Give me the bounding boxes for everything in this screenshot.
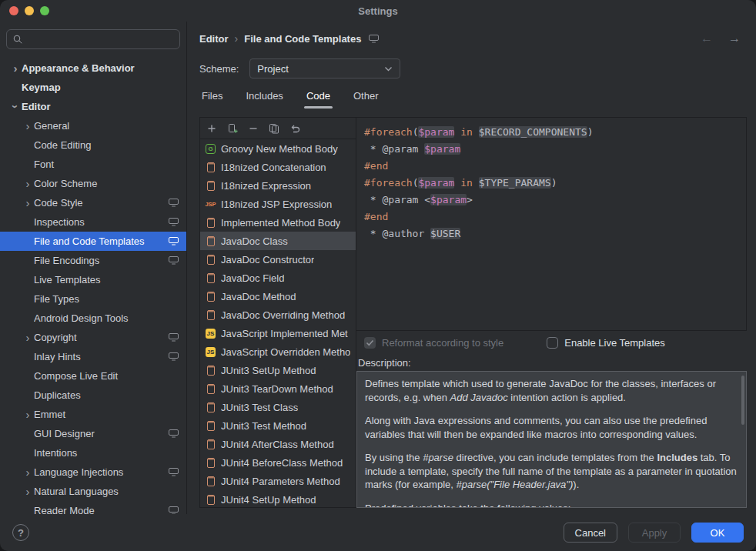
sidebar-item-copyright[interactable]: ›Copyright [0, 328, 186, 347]
settings-main-panel: Editor › File and Code Templates ← → Sch… [187, 22, 756, 514]
minimize-button[interactable] [25, 6, 34, 15]
copy-template-button[interactable] [266, 121, 282, 136]
template-file-icon [204, 253, 217, 266]
chevron-right-icon[interactable]: › [9, 62, 22, 74]
template-detail-panel: #foreach($param in $RECORD_COMPONENTS) *… [356, 117, 747, 508]
template-item-junit4-parameters-method[interactable]: JUnit4 Parameters Method [200, 472, 356, 490]
tab-files[interactable]: Files [199, 82, 225, 109]
sidebar-item-editor[interactable]: ›Editor [0, 97, 186, 116]
back-button[interactable]: ← [701, 32, 713, 45]
apply-button[interactable]: Apply [628, 523, 681, 543]
template-item-javadoc-constructor[interactable]: JavaDoc Constructor [200, 250, 356, 269]
sidebar-item-android-design-tools[interactable]: Android Design Tools [0, 309, 186, 328]
sidebar-item-code-style[interactable]: ›Code Style [0, 193, 186, 212]
add-template-button[interactable] [204, 121, 219, 136]
zoom-button[interactable] [40, 6, 49, 15]
sidebar-item-file-and-code-templates[interactable]: File and Code Templates [0, 232, 186, 251]
description-panel[interactable]: Defines template which used to generate … [356, 371, 747, 508]
scheme-value: Project [257, 63, 288, 75]
reformat-checkbox[interactable]: Reformat according to style [364, 337, 503, 349]
template-item-junit3-teardown-method[interactable]: JUnit3 TearDown Method [200, 379, 356, 398]
template-item-javascript-overridden-metho[interactable]: JSJavaScript Overridden Metho [200, 342, 356, 361]
template-item-javadoc-method[interactable]: JavaDoc Method [200, 287, 356, 306]
template-item-javadoc-class[interactable]: JavaDoc Class [200, 232, 356, 250]
template-item-groovy-new-method-body[interactable]: GGroovy New Method Body [200, 139, 356, 158]
template-item-junit4-beforeclass-method[interactable]: JUnit4 BeforeClass Method [200, 453, 356, 472]
chevron-right-icon[interactable]: › [22, 178, 34, 189]
sidebar-item-appearance-behavior[interactable]: ›Appearance & Behavior [0, 58, 186, 78]
checkbox-checked-icon [364, 337, 376, 349]
template-item-i18nized-concatenation[interactable]: I18nized Concatenation [200, 158, 356, 176]
template-item-junit3-setup-method[interactable]: JUnit3 SetUp Method [200, 361, 356, 379]
scheme-select[interactable]: Project [249, 58, 400, 78]
code-line: * @param $param [364, 141, 738, 158]
template-item-javadoc-field[interactable]: JavaDoc Field [200, 269, 356, 287]
sidebar-item-code-editing[interactable]: Code Editing [0, 135, 186, 155]
settings-search[interactable] [6, 29, 180, 49]
tab-other[interactable]: Other [351, 82, 381, 109]
code-line: #end [364, 209, 738, 225]
sidebar-item-label: Editor [22, 101, 179, 112]
sidebar-item-file-encodings[interactable]: File Encodings [0, 251, 186, 270]
sidebar-item-compose-live-edit[interactable]: Compose Live Edit [0, 366, 186, 386]
sidebar-item-label: Font [34, 159, 179, 170]
sidebar-item-label: Inlay Hints [34, 351, 169, 362]
chevron-right-icon[interactable]: › [22, 466, 34, 478]
tab-includes[interactable]: Includes [243, 82, 285, 109]
sidebar-item-natural-languages[interactable]: ›Natural Languages [0, 482, 186, 501]
template-code-editor[interactable]: #foreach($param in $RECORD_COMPONENTS) *… [356, 117, 747, 331]
chevron-right-icon[interactable]: › [22, 409, 34, 420]
sidebar-item-file-types[interactable]: File Types [0, 289, 186, 309]
reset-template-button[interactable] [287, 121, 303, 136]
sidebar-item-color-scheme[interactable]: ›Color Scheme [0, 174, 186, 193]
chevron-down-icon[interactable]: › [10, 101, 22, 113]
chevron-right-icon[interactable]: › [22, 197, 34, 209]
traffic-lights [9, 6, 49, 15]
template-list-panel: GGroovy New Method BodyI18nized Concaten… [199, 117, 356, 508]
template-item-junit4-setup-method[interactable]: JUnit4 SetUp Method [200, 490, 356, 507]
sidebar-item-inspections[interactable]: Inspections [0, 212, 186, 232]
sidebar-item-inlay-hints[interactable]: Inlay Hints [0, 347, 186, 366]
create-child-template-button[interactable] [225, 121, 240, 136]
sidebar-item-general[interactable]: ›General [0, 116, 186, 135]
titlebar: Settings [0, 0, 756, 22]
cancel-button[interactable]: Cancel [564, 523, 617, 543]
template-item-junit3-test-class[interactable]: JUnit3 Test Class [200, 398, 356, 416]
chevron-right-icon[interactable]: › [22, 332, 34, 343]
search-input[interactable] [27, 33, 174, 46]
template-item-junit3-test-method[interactable]: JUnit3 Test Method [200, 416, 356, 435]
chevron-right-icon[interactable]: › [22, 486, 34, 497]
sidebar-item-language-injections[interactable]: ›Language Injections [0, 463, 186, 482]
sidebar-item-duplicates[interactable]: Duplicates [0, 386, 186, 405]
chevron-right-icon[interactable]: › [22, 120, 34, 132]
scrollbar-thumb[interactable] [741, 376, 744, 425]
template-file-icon [204, 438, 217, 451]
template-file-icon [204, 456, 217, 469]
help-button[interactable]: ? [12, 524, 29, 541]
close-button[interactable] [9, 6, 18, 15]
template-item-junit4-afterclass-method[interactable]: JUnit4 AfterClass Method [200, 435, 356, 453]
template-item-label: I18nized JSP Expression [221, 199, 332, 210]
template-item-javascript-implemented-met[interactable]: JSJavaScript Implemented Met [200, 324, 356, 342]
breadcrumb-editor[interactable]: Editor [199, 33, 229, 45]
enable-live-templates-checkbox[interactable]: Enable Live Templates [547, 337, 665, 349]
sidebar-item-keymap[interactable]: Keymap [0, 78, 186, 97]
sidebar-item-gui-designer[interactable]: GUI Designer [0, 424, 186, 443]
sidebar-item-intentions[interactable]: Intentions [0, 443, 186, 463]
template-item-implemented-method-body[interactable]: Implemented Method Body [200, 213, 356, 232]
sidebar-item-emmet[interactable]: ›Emmet [0, 405, 186, 424]
ok-button[interactable]: OK [691, 523, 744, 543]
tab-code[interactable]: Code [304, 82, 333, 109]
sidebar-item-reader-mode[interactable]: Reader Mode [0, 501, 186, 514]
sidebar-item-font[interactable]: Font [0, 155, 186, 174]
code-line: * @author $USER [364, 225, 738, 242]
sidebar-item-label: File Encodings [34, 255, 169, 266]
template-item-javadoc-overriding-method[interactable]: JavaDoc Overriding Method [200, 306, 356, 324]
template-item-i18nized-jsp-expression[interactable]: JSPI18nized JSP Expression [200, 195, 356, 213]
template-item-label: I18nized Concatenation [221, 162, 326, 173]
forward-button[interactable]: → [728, 32, 741, 45]
groovy-file-icon: G [204, 142, 217, 155]
sidebar-item-live-templates[interactable]: Live Templates [0, 270, 186, 289]
remove-template-button[interactable] [246, 121, 261, 136]
template-item-i18nized-expression[interactable]: I18nized Expression [200, 176, 356, 195]
